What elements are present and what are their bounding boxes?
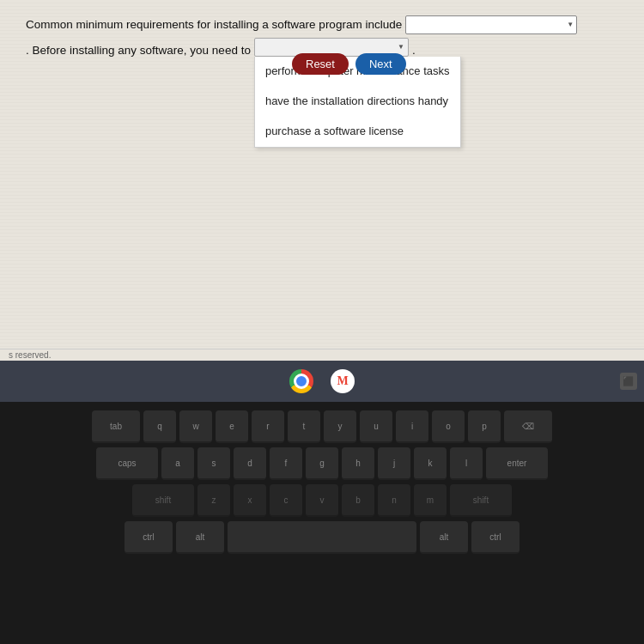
key-backspace[interactable]: ⌫ bbox=[504, 410, 552, 443]
footer-text: s reserved. bbox=[9, 350, 51, 360]
dropdown-item-3[interactable]: purchase a software license bbox=[255, 117, 460, 147]
question-part1: Common minimum requirements for installi… bbox=[26, 15, 402, 34]
chrome-icon-wrapper[interactable] bbox=[288, 368, 315, 395]
key-b[interactable]: b bbox=[342, 484, 374, 517]
key-t[interactable]: t bbox=[288, 410, 320, 443]
gmail-letter: M bbox=[337, 374, 348, 388]
gmail-icon-wrapper[interactable]: M bbox=[329, 368, 356, 395]
footer-bar: s reserved. bbox=[0, 349, 644, 361]
key-u[interactable]: u bbox=[360, 410, 392, 443]
key-enter[interactable]: enter bbox=[486, 447, 548, 480]
key-shift-left[interactable]: shift bbox=[132, 484, 194, 517]
keyboard-row-space: ctrl alt alt ctrl bbox=[13, 521, 631, 554]
key-o[interactable]: o bbox=[432, 410, 465, 443]
key-n[interactable]: n bbox=[378, 484, 410, 517]
key-d[interactable]: d bbox=[234, 447, 266, 480]
key-j[interactable]: j bbox=[378, 447, 410, 480]
dropdown-item-2[interactable]: have the installation directions handy bbox=[255, 87, 460, 117]
key-alt-right[interactable]: alt bbox=[420, 521, 468, 554]
key-shift-right[interactable]: shift bbox=[450, 484, 512, 517]
key-ctrl[interactable]: ctrl bbox=[125, 521, 173, 554]
key-e[interactable]: e bbox=[216, 410, 248, 443]
key-p[interactable]: p bbox=[468, 410, 501, 443]
key-q[interactable]: q bbox=[143, 410, 176, 443]
gmail-icon[interactable]: M bbox=[331, 369, 355, 393]
reset-button[interactable]: Reset bbox=[292, 53, 349, 75]
key-tab[interactable]: tab bbox=[92, 410, 140, 443]
key-k[interactable]: k bbox=[414, 447, 447, 480]
key-l[interactable]: l bbox=[450, 447, 483, 480]
key-space[interactable] bbox=[228, 521, 416, 554]
key-y[interactable]: y bbox=[324, 410, 356, 443]
key-s[interactable]: s bbox=[197, 447, 230, 480]
screen: Common minimum requirements for installi… bbox=[0, 0, 644, 361]
key-r[interactable]: r bbox=[252, 410, 284, 443]
taskbar: M ⬛ bbox=[0, 361, 644, 402]
keyboard: tab q w e r t y u i o p ⌫ caps a s d f g… bbox=[0, 402, 644, 644]
taskbar-right-icon: ⬛ bbox=[620, 373, 637, 390]
key-g[interactable]: g bbox=[306, 447, 338, 480]
key-m[interactable]: m bbox=[414, 484, 447, 517]
key-ctrl-right[interactable]: ctrl bbox=[471, 521, 519, 554]
key-i[interactable]: i bbox=[396, 410, 428, 443]
first-select-wrapper[interactable] bbox=[405, 15, 577, 34]
key-v[interactable]: v bbox=[306, 484, 338, 517]
key-h[interactable]: h bbox=[342, 447, 374, 480]
first-select[interactable] bbox=[405, 15, 577, 34]
keyboard-row-bottom: shift z x c v b n m shift bbox=[13, 484, 631, 517]
question-part2-before: . Before installing any software, you ne… bbox=[26, 41, 251, 60]
key-alt[interactable]: alt bbox=[176, 521, 224, 554]
key-f[interactable]: f bbox=[270, 447, 302, 480]
key-x[interactable]: x bbox=[234, 484, 266, 517]
key-caps[interactable]: caps bbox=[96, 447, 158, 480]
key-w[interactable]: w bbox=[179, 410, 212, 443]
buttons-row: Reset Next bbox=[292, 53, 406, 75]
next-button[interactable]: Next bbox=[355, 53, 406, 75]
chrome-icon[interactable] bbox=[289, 369, 313, 393]
keyboard-row-middle: caps a s d f g h j k l enter bbox=[13, 447, 631, 480]
key-a[interactable]: a bbox=[161, 447, 194, 480]
key-z[interactable]: z bbox=[197, 484, 230, 517]
key-c[interactable]: c bbox=[270, 484, 302, 517]
dropdown-arrow-icon: ▼ bbox=[398, 42, 404, 53]
keyboard-row-top: tab q w e r t y u i o p ⌫ bbox=[13, 410, 631, 443]
